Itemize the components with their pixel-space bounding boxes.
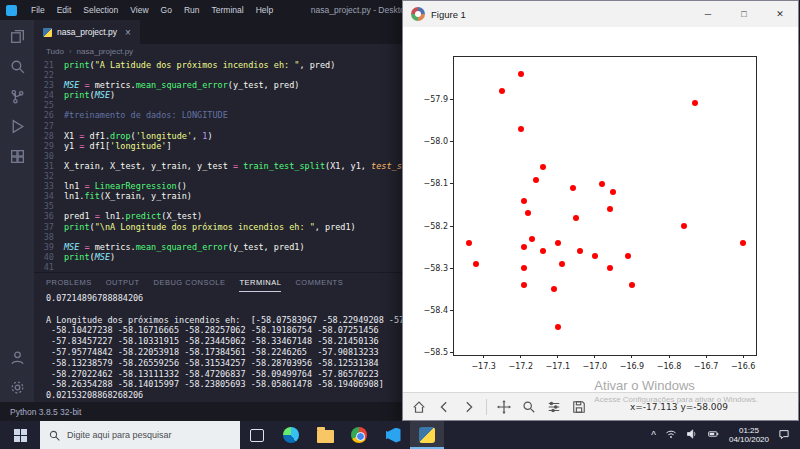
line-number: 34 <box>34 191 64 201</box>
menu-terminal[interactable]: Terminal <box>206 0 250 20</box>
breadcrumb-item[interactable]: Tudo <box>46 47 64 56</box>
line-number: 40 <box>34 252 64 262</box>
scatter-point <box>521 198 527 204</box>
panel-tab-output[interactable]: OUTPUT <box>106 273 140 292</box>
volume-icon[interactable] <box>686 426 698 444</box>
x-tick-mark <box>631 355 632 358</box>
run-debug-icon[interactable] <box>9 118 26 135</box>
forward-icon[interactable] <box>461 399 477 415</box>
scatter-point <box>610 189 616 195</box>
taskbar-search[interactable]: Digite aqui para pesquisar <box>40 421 240 449</box>
search-icon[interactable] <box>9 58 26 75</box>
x-tick-mark <box>557 355 558 358</box>
python-figure-button[interactable] <box>410 421 444 449</box>
scatter-point <box>529 236 535 242</box>
menu-file[interactable]: File <box>25 0 51 20</box>
close-button[interactable]: ✕ <box>762 1 798 27</box>
vscode-button[interactable] <box>376 421 410 449</box>
panel-tab-problems[interactable]: PROBLEMS <box>46 273 92 292</box>
scatter-point <box>559 261 565 267</box>
x-tick-mark <box>594 355 595 358</box>
figure-title-bar[interactable]: Figure 1 ─ □ ✕ <box>403 1 798 27</box>
task-view-icon <box>250 429 264 442</box>
maximize-button[interactable]: □ <box>726 1 762 27</box>
vscode-icon <box>386 428 401 443</box>
taskbar-clock[interactable]: 01:25 04/10/2020 <box>729 426 769 445</box>
code-text: y1 = df1['longitude'] <box>64 141 172 151</box>
x-tick-mark <box>706 355 707 358</box>
menu-go[interactable]: Go <box>155 0 178 20</box>
cursor-coordinates: x=-17.113 y=-58.009 <box>630 402 728 412</box>
home-icon[interactable] <box>411 399 427 415</box>
edge-icon <box>283 427 299 443</box>
tray-chevron-up[interactable]: ^ <box>651 430 656 441</box>
scatter-point <box>533 177 539 183</box>
clock-time: 01:25 <box>729 426 769 436</box>
explorer-icon[interactable] <box>9 28 26 45</box>
file-explorer-button[interactable] <box>308 421 342 449</box>
tab-label: nasa_project.py <box>57 27 117 37</box>
chrome-icon <box>351 427 367 443</box>
edge-button[interactable] <box>274 421 308 449</box>
line-number: 23 <box>34 80 64 90</box>
scatter-point <box>573 215 579 221</box>
line-number: 24 <box>34 90 64 100</box>
scatter-point <box>518 126 524 132</box>
x-tick-label: −16.6 <box>726 362 760 371</box>
save-icon[interactable] <box>571 399 587 415</box>
pan-icon[interactable] <box>496 399 512 415</box>
menu-help[interactable]: Help <box>250 0 279 20</box>
y-tick-mark <box>450 226 454 227</box>
chrome-button[interactable] <box>342 421 376 449</box>
y-tick-label: −58.3 <box>413 264 448 273</box>
clock-date: 04/10/2020 <box>729 435 769 445</box>
code-text: #treinamento de dados: LONGITUDE <box>64 110 228 120</box>
x-tick-label: −16.7 <box>689 362 723 371</box>
scatter-point <box>625 253 631 259</box>
zoom-icon[interactable] <box>521 399 537 415</box>
task-view-button[interactable] <box>240 421 274 449</box>
y-tick-label: −58.5 <box>413 348 448 357</box>
tab-nasa-project[interactable]: nasa_project.py × <box>34 20 140 44</box>
panel-tab-comments[interactable]: COMMENTS <box>295 273 343 292</box>
python-interpreter-status[interactable]: Python 3.8.5 32-bit <box>10 407 81 417</box>
settings-gear-icon[interactable] <box>9 379 26 396</box>
account-icon[interactable] <box>9 349 26 366</box>
notification-center-icon[interactable] <box>778 426 790 444</box>
line-number: 26 <box>34 110 64 120</box>
menu-view[interactable]: View <box>124 0 154 20</box>
x-tick-mark <box>520 355 521 358</box>
plot-area[interactable]: −17.3−17.2−17.1−17.0−16.9−16.8−16.7−16.6… <box>453 56 757 356</box>
file-explorer-icon <box>317 430 334 443</box>
scatter-point <box>607 206 613 212</box>
panel-tab-terminal[interactable]: TERMINAL <box>239 273 281 292</box>
source-control-icon[interactable] <box>9 88 26 105</box>
extensions-icon[interactable] <box>9 148 26 165</box>
breadcrumb-item[interactable]: nasa_project.py <box>77 47 133 56</box>
windows-logo-icon <box>14 429 27 442</box>
tab-close-icon[interactable]: × <box>125 27 131 38</box>
menu-edit[interactable]: Edit <box>51 0 78 20</box>
back-icon[interactable] <box>436 399 452 415</box>
start-button[interactable] <box>0 421 40 449</box>
scatter-point <box>681 223 687 229</box>
code-text: pred1 = ln1.predict(X_test) <box>64 211 202 221</box>
scatter-point <box>551 286 557 292</box>
y-tick-label: −58.2 <box>413 222 448 231</box>
network-icon[interactable] <box>665 426 677 444</box>
line-number: 41 <box>34 262 64 272</box>
x-tick-label: −17.3 <box>467 362 501 371</box>
battery-icon[interactable] <box>707 426 720 444</box>
configure-subplots-icon[interactable] <box>546 399 562 415</box>
code-text: ln1 = LinearRegression() <box>64 181 187 191</box>
line-number: 36 <box>34 211 64 221</box>
scatter-point <box>607 265 613 271</box>
python-file-icon <box>43 28 52 37</box>
minimize-button[interactable]: ─ <box>690 1 726 27</box>
y-tick-label: −58.4 <box>413 306 448 315</box>
x-tick-mark <box>669 355 670 358</box>
panel-tab-debug-console[interactable]: DEBUG CONSOLE <box>154 273 226 292</box>
menu-selection[interactable]: Selection <box>77 0 124 20</box>
code-text: print("\nA Longitude dos próximos incend… <box>64 222 356 232</box>
menu-run[interactable]: Run <box>178 0 206 20</box>
